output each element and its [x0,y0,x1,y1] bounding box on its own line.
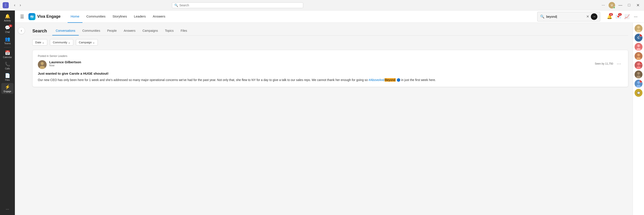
search-tab-campaigns[interactable]: Campaigns [139,26,162,36]
svg-point-12 [637,45,640,47]
right-sidebar-avatar-7[interactable]: ! [634,80,642,88]
engage-nav-communities[interactable]: Communities [83,11,109,23]
hamburger-button[interactable]: ☰ [19,13,25,20]
seen-label: Seen by 11,750 [595,62,613,65]
engage-nav-storylines[interactable]: Storylines [110,11,130,23]
files-icon: 📄 [5,73,10,78]
svg-point-7 [637,26,640,29]
post-timestamp: Now [49,64,595,67]
svg-point-2 [32,16,33,17]
close-button[interactable]: ✕ [634,2,642,9]
sidebar-item-calls[interactable]: 📞 Calls [1,60,14,71]
back-button[interactable]: ‹ [18,27,25,34]
minimize-button[interactable]: — [617,2,624,9]
titlebar-ellipsis-button[interactable]: ··· [600,2,607,9]
avatar-badge [640,34,642,37]
sidebar-item-files[interactable]: 📄 Files [1,72,14,83]
activity-icon: 🔔 [5,14,10,19]
engage-nav-answers[interactable]: Answers [150,11,168,23]
right-sidebar-avatar-8[interactable]: 💬 [634,89,642,97]
right-sidebar-avatar-4[interactable] [634,52,642,60]
engage-nav-home[interactable]: Home [68,11,82,23]
right-sidebar-avatar-2[interactable]: C [634,34,642,42]
search-tab-divider [32,36,628,36]
search-go-button[interactable]: → [591,13,598,20]
engage-nav: Home Communities Storylines Leaders Answ… [68,11,168,23]
search-icon: 🔍 [540,15,544,19]
community-filter-label: Community [53,41,67,44]
sidebar-item-chat[interactable]: 💬 Chat 1 [1,24,14,35]
post-body-text: Our new CEO has only been here for 1 wee… [38,78,368,82]
more-options-button[interactable]: ··· [632,13,640,21]
search-tab-communities[interactable]: Communities [79,26,104,36]
search-tab-conversations[interactable]: Conversations [52,26,79,36]
post-hashtag-prefix[interactable]: #AboveAnd [368,78,384,82]
post-card: Posted in Senior Leaders Laurence Gilber… [32,50,628,87]
back-column: ‹ [15,23,28,215]
date-filter-label: Date [35,41,41,44]
avatar-badge: ! [640,61,642,64]
chat-badge: 1 [9,25,12,27]
sidebar-item-teams[interactable]: 👥 Teams [1,35,14,46]
right-sidebar-avatar-3[interactable] [634,43,642,51]
notifications-button[interactable]: 🔔 12 [606,13,614,21]
titlebar-nav: ‹ › [12,2,23,8]
sidebar-item-label: Teams [4,42,10,45]
titlebar-search-bar[interactable]: 🔍 [172,3,303,8]
right-sidebar-avatar-5[interactable]: ! [634,61,642,69]
post-body-after: 🔵 in just the first week here. [396,78,436,82]
app-content: ☰ Viva Engage Home Communities Storyline… [15,11,644,215]
sidebar-divider [4,47,11,48]
filters-row: Date ⌄ Community ⌄ Campaign ⌄ [32,39,628,46]
post-author-name[interactable]: Laurence Gilbertson [49,60,595,64]
engage-search-bar[interactable]: 🔍 beyond| ✕ → [537,12,600,22]
inbox-button[interactable]: 💌 5 [614,13,622,21]
date-filter[interactable]: Date ⌄ [32,39,47,46]
svg-point-4 [41,62,44,65]
sidebar-more-button[interactable]: ··· [6,207,9,211]
avatar[interactable]: U [608,2,615,9]
post-hashtag-highlight[interactable]: Beyond [384,78,396,82]
sidebar-item-label: Calendar [3,56,12,59]
right-sidebar-avatar-1[interactable] [634,25,642,32]
search-tab-topics[interactable]: Topics [162,26,177,36]
engage-logo-text: Viva Engage [37,14,60,19]
chevron-down-icon: ⌄ [42,41,44,44]
nav-forward-button[interactable]: › [18,2,23,8]
search-tab-files[interactable]: Files [177,26,191,36]
calls-icon: 📞 [5,62,10,67]
chevron-down-icon: ⌄ [92,41,95,44]
online-status-indicator [613,7,615,9]
search-title: Search [32,29,47,34]
post-author-row: Laurence Gilbertson Now Seen by 11,750 ⋯ [38,60,623,69]
svg-text:C: C [637,36,640,39]
analytics-button[interactable]: 📈 [623,13,631,21]
post-more-button[interactable]: ⋯ [615,60,623,67]
sidebar-item-engage[interactable]: ⚡ Engage [1,83,14,94]
sidebar-item-label: Activity [4,20,11,22]
community-filter[interactable]: Community ⌄ [50,39,73,46]
right-sidebar-avatar-6[interactable] [634,71,642,78]
engage-nav-leaders[interactable]: Leaders [131,11,149,23]
teams-logo:  [2,2,9,8]
engage-search-input[interactable]: beyond| [546,15,584,18]
nav-back-button[interactable]: ‹ [12,2,17,8]
sidebar-item-calendar[interactable]: 📅 Calendar [1,49,14,60]
search-tab-answers[interactable]: Answers [120,26,139,36]
post-body: Our new CEO has only been here for 1 wee… [38,78,623,82]
notifications-badge: 12 [609,13,613,16]
analytics-icon: 📈 [624,14,630,19]
search-tab-people[interactable]: People [104,26,120,36]
main-layout: 🔔 Activity 💬 Chat 1 👥 Teams 📅 Calendar 📞… [0,11,644,215]
search-clear-button[interactable]: ✕ [586,15,589,19]
svg-point-1 [30,16,32,17]
sidebar-item-activity[interactable]: 🔔 Activity [1,12,14,23]
avatar-badge: ! [640,80,642,83]
titlebar-search-input[interactable] [180,4,301,7]
engage-topnav-icons: 🔔 12 💌 5 📈 ··· [606,13,640,21]
engage-topnav: ☰ Viva Engage Home Communities Storyline… [15,11,644,23]
sidebar-item-label: Files [5,79,10,81]
campaign-filter[interactable]: Campaign ⌄ [76,39,98,46]
sidebar-item-label: Engage [4,90,11,93]
maximize-button[interactable]: □ [626,2,632,9]
